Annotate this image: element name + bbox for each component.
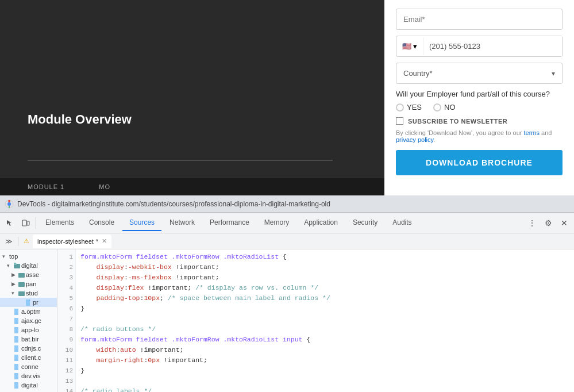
folder-icon <box>18 281 25 287</box>
terms-link[interactable]: terms <box>523 129 540 136</box>
tree-label: digital <box>21 382 38 389</box>
svg-rect-9 <box>14 309 18 315</box>
settings-button[interactable]: ⚙ <box>541 216 556 230</box>
inspector-stylesheet-tab[interactable]: inspector-stylesheet * ✕ <box>33 235 111 248</box>
tree-label: top <box>9 253 18 260</box>
file-icon <box>14 318 20 324</box>
devtools-toolbar: Elements Console Sources Network Perform… <box>0 213 574 233</box>
tree-item-client[interactable]: client.c <box>0 353 57 362</box>
file-icon <box>14 309 20 315</box>
tree-item-ajax[interactable]: ajax.gc <box>0 316 57 325</box>
tree-label: client.c <box>21 354 41 361</box>
file-tabs-row: ≫ ⚠ inspector-stylesheet * ✕ <box>0 233 574 249</box>
tree-arrow-icon: ▶ <box>11 281 17 287</box>
svg-rect-7 <box>18 291 25 296</box>
tree-item-aoptm[interactable]: a.optm <box>0 307 57 316</box>
tree-item-top[interactable]: ▾ top <box>0 252 57 261</box>
tree-item-digital[interactable]: ▾ digital <box>0 261 57 270</box>
file-tabs-more-button[interactable]: ≫ <box>2 235 15 248</box>
code-content[interactable]: form.mktoForm fieldset .mktoFormRow .mkt… <box>76 249 574 392</box>
dropdown-arrow-icon: ▾ <box>413 42 417 51</box>
yes-radio[interactable]: YES <box>396 103 422 112</box>
email-field[interactable] <box>396 9 563 30</box>
devtools-main-area: ▾ top ▾ digital ▶ asse ▶ pan ▾ stud <box>0 249 574 392</box>
page-background: Module Overview MODULE 1 MO 🇺🇸 ▾ Country… <box>0 0 574 195</box>
tree-item-devvis[interactable]: dev.vis <box>0 371 57 381</box>
file-icon <box>25 299 32 306</box>
country-dropdown-icon: ▾ <box>552 70 555 78</box>
tree-item-stud[interactable]: ▾ stud <box>0 289 57 298</box>
svg-rect-16 <box>14 373 18 379</box>
toolbar-divider <box>36 217 36 229</box>
tree-label: asse <box>26 271 39 278</box>
country-select[interactable]: Country* ▾ <box>396 63 563 84</box>
tree-item-asse[interactable]: ▶ asse <box>0 270 57 279</box>
no-label: NO <box>444 103 456 112</box>
phone-input[interactable] <box>423 36 562 56</box>
subscribe-label: SUBSCRIBE TO NEWSLETTER <box>408 118 507 125</box>
line-numbers: 12345 678910 1112131415 161718 <box>57 249 76 392</box>
module-label-2: MO <box>99 183 110 190</box>
flag-icon: 🇺🇸 <box>402 42 411 51</box>
more-tools-button[interactable]: ⋮ <box>525 216 540 230</box>
devtools-chrome-bar: DevTools - digitalmarketinginstitute.com… <box>0 195 574 213</box>
subscribe-checkbox[interactable] <box>396 117 403 125</box>
subscribe-row: SUBSCRIBE TO NEWSLETTER <box>396 117 563 125</box>
tree-item-batbir[interactable]: bat.bir <box>0 335 57 344</box>
svg-rect-12 <box>14 336 18 343</box>
cursor-icon <box>6 219 14 227</box>
tree-label: dev.vis <box>21 372 40 379</box>
tree-label: ajax.gc <box>21 317 41 324</box>
svg-rect-10 <box>14 318 18 324</box>
tree-label: cdnjs.c <box>21 345 41 352</box>
svg-point-1 <box>7 202 11 206</box>
tab-console[interactable]: Console <box>82 215 121 231</box>
tree-label: pr <box>33 299 38 306</box>
svg-rect-6 <box>18 282 25 287</box>
svg-rect-2 <box>22 220 26 226</box>
file-tab-close-button[interactable]: ✕ <box>102 237 107 245</box>
privacy-link[interactable]: privacy policy <box>396 136 433 143</box>
folder-icon <box>18 272 25 278</box>
tab-sources[interactable]: Sources <box>122 215 161 231</box>
tab-audits[interactable]: Audits <box>386 215 418 231</box>
tree-item-conne[interactable]: conne <box>0 362 57 371</box>
tab-memory[interactable]: Memory <box>257 215 296 231</box>
tab-performance[interactable]: Performance <box>203 215 256 231</box>
tree-label: bat.bir <box>21 336 39 343</box>
folder-icon <box>14 263 20 269</box>
device-toggle-button[interactable] <box>18 216 33 230</box>
svg-rect-5 <box>18 273 25 278</box>
tree-item-pr[interactable]: pr <box>0 298 57 307</box>
tree-arrow-icon: ▶ <box>11 272 17 278</box>
tree-item-applo[interactable]: app-lo <box>0 325 57 335</box>
tree-item-cdnjs[interactable]: cdnjs.c <box>0 344 57 353</box>
file-tab-modified: * <box>96 238 98 245</box>
devtools-window-title: DevTools - digitalmarketinginstitute.com… <box>17 200 330 208</box>
svg-rect-15 <box>14 364 18 370</box>
phone-flag-dropdown[interactable]: 🇺🇸 ▾ <box>396 37 423 55</box>
download-brochure-button[interactable]: DOWNLOAD BROCHURE <box>396 150 563 175</box>
file-tabs-divider <box>18 237 18 246</box>
tab-network[interactable]: Network <box>163 215 202 231</box>
tab-security[interactable]: Security <box>346 215 384 231</box>
inspect-element-button[interactable] <box>2 216 17 230</box>
tree-label: app-lo <box>21 326 39 333</box>
tree-item-pan[interactable]: ▶ pan <box>0 279 57 289</box>
tree-item-digital2[interactable]: digital <box>0 381 57 390</box>
module-label-1: MODULE 1 <box>28 183 64 190</box>
svg-rect-13 <box>14 345 18 352</box>
tab-application[interactable]: Application <box>297 215 345 231</box>
no-radio[interactable]: NO <box>433 103 456 112</box>
file-icon <box>14 327 20 333</box>
tree-arrow-icon: ▾ <box>2 253 8 259</box>
phone-row: 🇺🇸 ▾ <box>396 36 563 57</box>
tree-arrow-icon: ▾ <box>11 290 17 296</box>
code-editor[interactable]: 12345 678910 1112131415 161718 form.mkto… <box>57 249 574 392</box>
warning-icon: ⚠ <box>24 237 29 245</box>
file-icon <box>14 373 20 379</box>
tab-elements[interactable]: Elements <box>38 215 81 231</box>
close-devtools-button[interactable]: ✕ <box>557 216 572 230</box>
tree-label: conne <box>21 363 38 370</box>
device-icon <box>22 219 30 227</box>
